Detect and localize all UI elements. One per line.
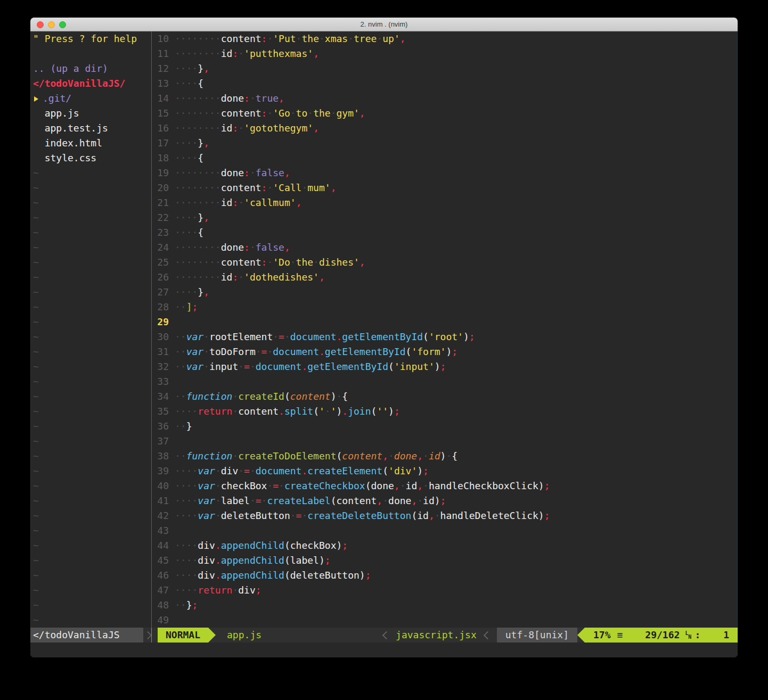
- code-token: ;: [342, 540, 348, 551]
- code-token: var: [186, 346, 204, 357]
- tree-item-.git-[interactable]: .git/: [30, 91, 151, 106]
- code-token: 'div': [388, 465, 417, 476]
- code-token: 'Put: [273, 33, 296, 44]
- code-token: (: [388, 361, 394, 372]
- command-line[interactable]: [30, 643, 738, 657]
- line-number: 38: [152, 449, 169, 464]
- code-line-20[interactable]: 20········content:·'Call·mum',: [152, 180, 738, 195]
- code-line-25[interactable]: 25········content:·'Do·the·dishes',: [152, 255, 738, 270]
- whitespace-dots: ·: [313, 257, 319, 268]
- code-token: :: [244, 93, 250, 104]
- code-token: }: [198, 286, 203, 298]
- code-token: true: [256, 93, 279, 104]
- code-token: div: [198, 570, 215, 581]
- code-token: 'Go: [273, 108, 290, 119]
- empty-buffer-tilde: ~: [30, 180, 151, 195]
- code-line-23[interactable]: 23····{: [152, 225, 738, 240]
- code-token: rootElement: [209, 331, 273, 342]
- code-line-29[interactable]: 29: [152, 315, 738, 330]
- tree-item-style.css[interactable]: style.css: [30, 151, 151, 166]
- code-line-48[interactable]: 48··};: [152, 598, 738, 613]
- code-line-16[interactable]: 16········id:·'gotothegym',: [152, 121, 738, 136]
- code-line-33[interactable]: 33: [152, 374, 738, 389]
- code-line-31[interactable]: 31··var·toDoForm·=·document.getElementBy…: [152, 344, 738, 359]
- code-line-14[interactable]: 14········done:·true,: [152, 91, 738, 106]
- code-line-18[interactable]: 18····{: [152, 151, 738, 166]
- code-line-17[interactable]: 17····},: [152, 136, 738, 151]
- code-line-35[interactable]: 35····return·content.split('·').join('')…: [152, 404, 738, 419]
- code-token: ,: [429, 510, 435, 521]
- whitespace-dots: ·: [250, 465, 256, 476]
- code-token: =: [279, 331, 284, 342]
- line-number: 10: [152, 31, 169, 46]
- empty-buffer-tilde: ~: [30, 538, 151, 553]
- code-line-44[interactable]: 44····div.appendChild(checkBox);: [152, 538, 738, 553]
- empty-buffer-tilde: ~: [30, 419, 151, 434]
- code-line-19[interactable]: 19········done:·false,: [152, 166, 738, 180]
- code-token: =: [296, 510, 302, 521]
- code-line-22[interactable]: 22····},: [152, 210, 738, 225]
- code-line-30[interactable]: 30··var·rootElement·=·document.getElemen…: [152, 330, 738, 344]
- tree-item--todoVanillaJS-[interactable]: </todoVanillaJS/: [30, 76, 151, 91]
- code-token: ,: [203, 286, 209, 298]
- code-line-45[interactable]: 45····div.appendChild(label);: [152, 553, 738, 568]
- code-token: (label): [284, 555, 325, 566]
- titlebar[interactable]: 2. nvim . (nvim): [30, 18, 738, 31]
- line-number: 35: [152, 404, 169, 419]
- code-line-15[interactable]: 15········content:·'Go·to·the·gym',: [152, 106, 738, 121]
- code-line-39[interactable]: 39····var·div·=·document.createElement('…: [152, 464, 738, 479]
- code-token: content: [221, 257, 262, 268]
- code-line-38[interactable]: 38··function·createToDoElement(content,·…: [152, 449, 738, 464]
- code-line-24[interactable]: 24········done:·false,: [152, 240, 738, 255]
- code-line-12[interactable]: 12····},: [152, 61, 738, 76]
- code-token: ,: [394, 480, 400, 491]
- empty-buffer-tilde: ~: [30, 449, 151, 464]
- code-token: document: [290, 331, 337, 342]
- code-line-43[interactable]: 43: [152, 523, 738, 538]
- code-token: 'gotothegym': [244, 122, 313, 134]
- code-token: ;: [192, 599, 198, 611]
- code-line-41[interactable]: 41····var·label·=·createLabel(content,·d…: [152, 493, 738, 508]
- code-line-40[interactable]: 40····var·checkBox·=·createCheckbox(done…: [152, 479, 738, 493]
- code-token: ): [435, 361, 440, 372]
- line-number: 33: [152, 374, 169, 389]
- whitespace-dots: ····: [175, 406, 198, 417]
- code-line-46[interactable]: 46····div.appendChild(deleteButton);: [152, 568, 738, 583]
- code-line-28[interactable]: 28··];: [152, 300, 738, 315]
- tree-item-app.test.js[interactable]: app.test.js: [30, 121, 151, 136]
- code-token: createId: [238, 391, 284, 402]
- nerdtree-sidebar[interactable]: " Press ? for help.. (up a dir)</todoVan…: [30, 31, 152, 628]
- collapsed-dir-arrow-icon[interactable]: [34, 96, 38, 102]
- line-number: 46: [152, 568, 169, 583]
- code-token: :: [244, 167, 250, 178]
- code-line-32[interactable]: 32··var·input·=·document.getElementById(…: [152, 359, 738, 374]
- editor-pane[interactable]: 10········content:·'Put·the·xmas·tree·up…: [152, 31, 738, 628]
- filename-label: app.js: [227, 628, 262, 643]
- code-line-37[interactable]: 37: [152, 434, 738, 449]
- empty-buffer-tilde: ~: [30, 315, 151, 330]
- code-token: to: [296, 108, 308, 119]
- code-line-47[interactable]: 47····return·div;: [152, 583, 738, 598]
- whitespace-dots: ·: [267, 33, 273, 44]
- code-line-13[interactable]: 13····{: [152, 76, 738, 91]
- code-token: ,: [377, 495, 382, 506]
- code-token: false: [256, 167, 284, 178]
- code-line-36[interactable]: 36··}: [152, 419, 738, 434]
- code-line-49[interactable]: 49: [152, 613, 738, 628]
- code-line-26[interactable]: 26········id:·'dothedishes',: [152, 270, 738, 285]
- line-number: 47: [152, 583, 169, 598]
- code-token: ): [331, 391, 337, 402]
- code-line-21[interactable]: 21········id:·'callmum',: [152, 195, 738, 210]
- code-line-10[interactable]: 10········content:·'Put·the·xmas·tree·up…: [152, 31, 738, 46]
- code-line-27[interactable]: 27····},: [152, 285, 738, 300]
- tree-item-index.html[interactable]: index.html: [30, 136, 151, 151]
- code-line-42[interactable]: 42····var·deleteButton·=·createDeleteBut…: [152, 508, 738, 523]
- empty-buffer-tilde: ~: [30, 240, 151, 255]
- tree-item-app.js[interactable]: app.js: [30, 106, 151, 121]
- whitespace-dots: ··: [175, 301, 186, 312]
- line-number: 28: [152, 300, 169, 315]
- code-line-11[interactable]: 11········id:·'putthexmas',: [152, 46, 738, 61]
- code-token: createDeleteButton: [307, 510, 411, 521]
- code-line-34[interactable]: 34··function·createId(content)·{: [152, 389, 738, 404]
- tree-item-..-up-a-dir-[interactable]: .. (up a dir): [30, 61, 151, 76]
